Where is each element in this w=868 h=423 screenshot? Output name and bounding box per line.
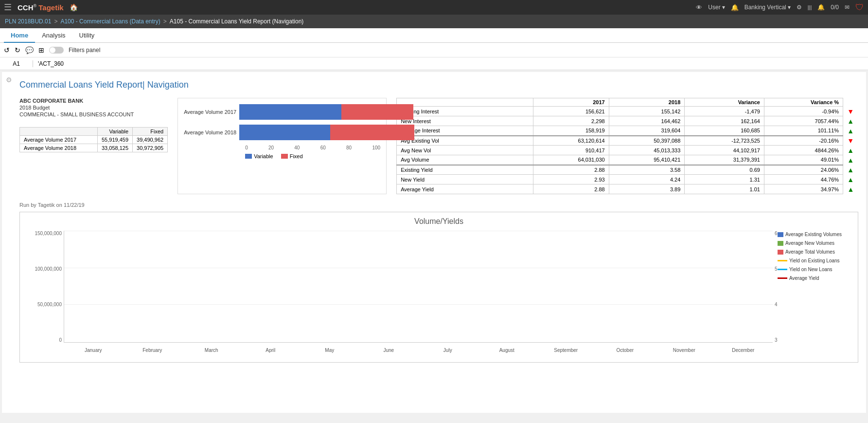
x-label: 20 — [268, 145, 274, 150]
metrics-col-indicator — [843, 98, 858, 107]
user-label: User — [708, 4, 720, 11]
chart-legend: Average Existing Volumes Average New Vol… — [778, 231, 853, 283]
y-label: 100,000,000 — [25, 266, 62, 272]
x-axis-labels: JanuaryFebruaryMarchAprilMayJuneJulyAugu… — [64, 343, 773, 357]
logo: CCH® Tagetik — [18, 3, 64, 12]
back-icon[interactable]: ↻ — [15, 46, 20, 54]
run-by: Run by Tagetik on 11/22/19 — [19, 202, 858, 208]
tab-utility[interactable]: Utility — [72, 28, 102, 43]
arrow-up-icon: ▲ — [847, 147, 854, 154]
metrics-col-2017: 2017 — [533, 98, 609, 107]
hamburger-icon[interactable]: ☰ — [4, 2, 12, 13]
legend-line-yield-new — [778, 269, 787, 270]
metrics-table: 2017 2018 Variance Variance % Existing I… — [396, 98, 858, 194]
grid-icon[interactable]: ⊞ — [38, 46, 44, 54]
cell-2017: 63,120,614 — [533, 136, 609, 146]
x-label: 100 — [372, 145, 380, 150]
banking-section[interactable]: Banking Vertical ▾ — [744, 4, 791, 11]
table-row: Average Interest 158,919 319,604 160,685… — [397, 126, 858, 136]
row-label: Average Volume 2017 — [20, 136, 98, 144]
bars-icon[interactable]: ||| — [808, 4, 812, 10]
toolbar: ↺ ↻ 💬 ⊞ Filters panel — [0, 43, 868, 57]
x-label: May — [300, 348, 359, 353]
tab-home[interactable]: Home — [4, 28, 35, 43]
legend-item-yield-new: Yield on New Loans — [778, 266, 853, 274]
line-chart-svg — [64, 231, 773, 342]
breadcrumb-sep2: > — [163, 18, 167, 25]
col-header-variable: Variable — [98, 128, 133, 136]
legend-item-avg-yield: Average Yield — [778, 275, 853, 282]
cell-2018: 4.24 — [609, 175, 685, 184]
cell-indicator: ▲ — [843, 126, 858, 136]
cell-2017: 64,031,030 — [533, 155, 609, 165]
legend-label: Average Yield — [789, 275, 819, 282]
x-label: August — [478, 348, 537, 353]
legend-color-variable — [245, 154, 252, 159]
row-name: Existing Interest — [397, 107, 533, 116]
metrics-col-variance: Variance — [685, 98, 764, 107]
user-section[interactable]: User ▾ — [708, 4, 725, 11]
legend-fixed: Fixed — [281, 153, 303, 159]
tab-analysis[interactable]: Analysis — [35, 28, 72, 43]
chart-title: Volume/Yields — [25, 217, 853, 226]
cell-2017: 2,298 — [533, 116, 609, 126]
x-label: November — [655, 348, 714, 353]
bar-variable-2017 — [239, 104, 341, 120]
x-label: 40 — [294, 145, 300, 150]
banking-chevron[interactable]: ▾ — [788, 4, 791, 11]
arrow-down-icon: ▼ — [847, 137, 854, 145]
breadcrumb-item1[interactable]: PLN 2018BUD.01 — [5, 18, 51, 25]
breadcrumb: PLN 2018BUD.01 > A100 - Commercial Loans… — [0, 15, 868, 28]
banking-label: Banking Vertical — [744, 4, 786, 11]
row-name: Average Interest — [397, 126, 533, 136]
cell-variance-pct: 101.11% — [764, 126, 843, 136]
cell-2017: 2.88 — [533, 165, 609, 175]
bar-chart: Average Volume 2017 Average Volume 2018 — [177, 98, 387, 194]
legend-label: Average Total Volumes — [785, 248, 835, 256]
legend-label: Yield on Existing Loans — [789, 257, 840, 265]
mail-icon[interactable]: ✉ — [845, 4, 850, 11]
metrics-col-2018: 2018 — [609, 98, 685, 107]
legend-variable: Variable — [245, 153, 273, 159]
legend-line-avg-yield — [778, 277, 787, 279]
x-label: July — [418, 348, 478, 353]
breadcrumb-item2[interactable]: A100 - Commercial Loans (Data entry) — [60, 18, 160, 25]
table-row: Average Yield 2.88 3.89 1.01 34.97% ▲ — [397, 184, 858, 194]
user-chevron[interactable]: ▾ — [722, 4, 725, 11]
info-block: ABC CORPORATE BANK 2018 Budget COMMERCIA… — [19, 98, 168, 194]
cell-2018: 95,410,421 — [609, 155, 685, 165]
bell-icon[interactable]: 🔔 — [817, 4, 825, 11]
cell-indicator: ▲ — [843, 175, 858, 184]
table-row: New Interest 2,298 164,462 162,164 7057.… — [397, 116, 858, 126]
cell-indicator: ▲ — [843, 146, 858, 155]
settings-icon[interactable]: ⚙ — [797, 4, 802, 11]
page-settings-icon[interactable]: ⚙ — [6, 76, 12, 84]
refresh-icon[interactable]: ↺ — [4, 46, 10, 54]
comment-icon[interactable]: 💬 — [25, 46, 34, 54]
report-title: Commercial Loans Yield Report| Navigatio… — [19, 80, 858, 90]
cell-2018: 45,013,333 — [609, 146, 685, 155]
cell-reference: A1 — [4, 60, 33, 67]
bar-fixed-2018 — [330, 125, 414, 140]
bar-row-2017: Average Volume 2017 — [184, 104, 380, 120]
home-icon[interactable]: 🏠 — [70, 3, 78, 11]
row-name: Avg Existing Vol — [397, 136, 533, 146]
main-content: ⚙ Commercial Loans Yield Report| Navigat… — [2, 72, 866, 413]
cell-variance-pct: 34.97% — [764, 184, 843, 194]
budget-label: 2018 Budget — [19, 105, 168, 110]
metrics-section: 2017 2018 Variance Variance % Existing I… — [396, 98, 858, 194]
cell-variance: 162,164 — [685, 116, 764, 126]
volume-yields-chart: Volume/Yields 150,000,000 100,000,000 50… — [19, 212, 858, 363]
filters-toggle[interactable] — [49, 47, 64, 54]
notifications-icon[interactable]: 🔔 — [731, 4, 739, 11]
arrow-down-icon: ▼ — [847, 108, 854, 115]
legend-color-existing-vol — [778, 232, 783, 237]
cell-indicator: ▲ — [843, 116, 858, 126]
bar-row-2018: Average Volume 2018 — [184, 125, 380, 140]
cell-variance-pct: 49.01% — [764, 155, 843, 165]
cell-variance: -12,723,525 — [685, 136, 764, 146]
cell-fixed-2017: 39,490,962 — [133, 136, 168, 144]
x-label: January — [64, 348, 123, 353]
table-row: Existing Yield 2.88 3.58 0.69 24.06% ▲ — [397, 165, 858, 175]
formula-value: 'ACT_360 — [38, 60, 64, 67]
